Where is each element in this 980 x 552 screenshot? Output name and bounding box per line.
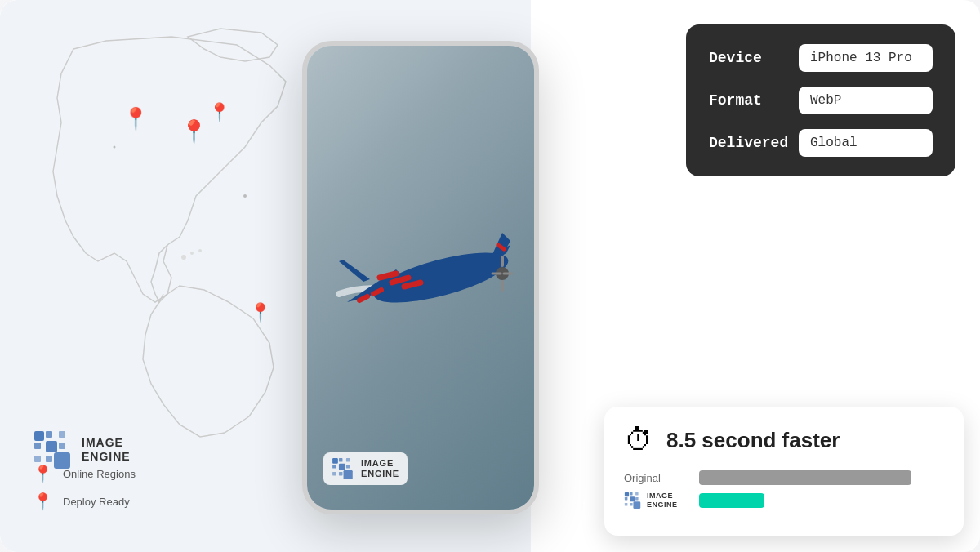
svg-rect-36 <box>630 503 633 506</box>
map-pin-brazil: 📍 <box>249 302 271 323</box>
device-label: Device <box>709 50 799 66</box>
svg-rect-31 <box>625 497 628 501</box>
format-value: WebP <box>799 87 933 114</box>
device-row: Device iPhone 13 Pro <box>709 44 933 72</box>
svg-rect-32 <box>630 496 635 501</box>
svg-rect-23 <box>339 464 345 470</box>
legend-online-regions: 📍 Online Regions <box>33 464 136 483</box>
original-bar <box>699 470 911 485</box>
speed-text: 8.5 second faster <box>666 428 840 453</box>
svg-rect-27 <box>339 472 342 475</box>
main-container: 📍 📍 📍 📍 📍 IMAGE ENGINE <box>0 0 980 552</box>
phone-logo-icon <box>332 457 354 480</box>
svg-rect-10 <box>59 443 65 449</box>
phone-logo-text: IMAGE ENGINE <box>361 458 399 479</box>
svg-rect-37 <box>633 501 640 509</box>
comp-logo-text: IMAGEENGINE <box>647 492 678 510</box>
svg-rect-35 <box>625 503 628 506</box>
device-value: iPhone 13 Pro <box>799 44 933 72</box>
svg-point-0 <box>181 255 186 260</box>
blue-pin-icon: 📍 <box>33 492 53 511</box>
svg-rect-24 <box>346 458 350 461</box>
svg-rect-29 <box>625 492 629 496</box>
map-pin-usa: 📍 <box>180 118 208 145</box>
legend-deploy-ready: 📍 Deploy Ready <box>33 492 136 511</box>
svg-rect-9 <box>59 431 65 438</box>
format-row: Format WebP <box>709 87 933 114</box>
map-legend: 📍 Online Regions 📍 Deploy Ready <box>33 464 136 519</box>
deploy-ready-label: Deploy Ready <box>63 496 130 508</box>
svg-rect-21 <box>339 458 342 461</box>
info-panel: Device iPhone 13 Pro Format WebP Deliver… <box>686 24 956 176</box>
map-pin-canada: 📍 <box>122 106 149 131</box>
original-row: Original <box>624 470 944 485</box>
speed-comparison: Original IMAGEENGIN <box>624 470 944 510</box>
phone-mockup: IMAGE ENGINE <box>302 41 539 514</box>
engine-logo-comp: IMAGEENGINE <box>624 492 689 510</box>
map-logo-text: IMAGE ENGINE <box>82 436 131 464</box>
svg-rect-26 <box>332 472 336 475</box>
phone-screen: IMAGE ENGINE <box>307 46 534 510</box>
delivered-value: Global <box>799 129 933 157</box>
speed-header: ⏱ 8.5 second faster <box>624 423 944 457</box>
svg-rect-34 <box>635 497 639 501</box>
timer-icon: ⏱ <box>624 423 653 457</box>
green-pin-icon: 📍 <box>33 464 53 483</box>
svg-point-4 <box>243 194 247 198</box>
delivered-label: Delivered <box>709 135 799 151</box>
phone-bottom-logo: IMAGE ENGINE <box>323 452 408 485</box>
delivered-row: Delivered Global <box>709 129 933 157</box>
format-label: Format <box>709 92 799 109</box>
svg-point-1 <box>190 252 194 255</box>
engine-row: IMAGEENGINE <box>624 492 944 510</box>
svg-rect-6 <box>46 431 52 438</box>
svg-rect-11 <box>34 456 41 462</box>
svg-point-3 <box>114 146 116 149</box>
svg-rect-28 <box>344 470 353 479</box>
map-pin-canada2: 📍 <box>208 102 230 123</box>
svg-point-2 <box>198 249 202 252</box>
airplane-visual <box>314 188 527 351</box>
svg-rect-30 <box>630 492 633 496</box>
svg-rect-33 <box>635 492 639 496</box>
svg-rect-5 <box>34 431 44 441</box>
original-label: Original <box>624 472 689 484</box>
airplane-svg <box>314 188 527 351</box>
svg-rect-20 <box>332 458 338 464</box>
comp-logo-icon <box>624 492 642 510</box>
engine-bar <box>699 493 764 508</box>
svg-rect-7 <box>34 443 41 449</box>
svg-rect-8 <box>46 441 57 452</box>
svg-rect-12 <box>46 456 52 462</box>
svg-rect-25 <box>346 465 350 468</box>
svg-rect-22 <box>332 465 336 468</box>
online-regions-label: Online Regions <box>63 468 136 480</box>
speed-card: ⏱ 8.5 second faster Original <box>604 407 964 536</box>
